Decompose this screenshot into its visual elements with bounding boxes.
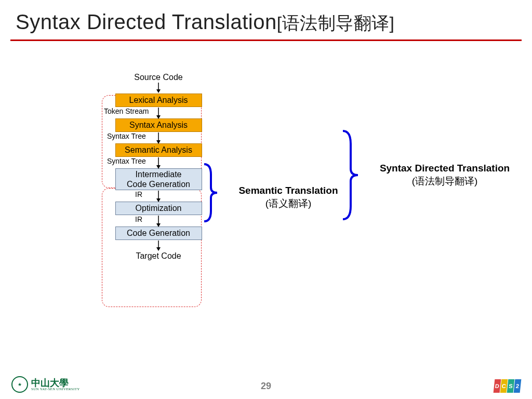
university-logo: ★ 中山大學 SUN YAT-SEN UNIVERSITY <box>11 376 80 393</box>
semantic-analysis-box: Semantic Analysis <box>115 143 202 157</box>
svg-marker-1 <box>156 89 161 93</box>
title-sub: [语法制导翻译] <box>277 13 395 33</box>
arrow-icon <box>155 191 162 202</box>
svg-marker-5 <box>156 140 161 144</box>
lexical-analysis-box: Lexical Analysis <box>115 94 202 107</box>
target-code-label: Target Code <box>104 251 213 261</box>
uni-cn: 中山大學 <box>31 378 80 388</box>
ir-label-2: IR <box>135 215 142 223</box>
svg-marker-7 <box>156 165 161 169</box>
syntax-tree-label-2: Syntax Tree <box>107 157 146 165</box>
seal-icon: ★ <box>11 376 28 393</box>
brace-icon <box>340 128 364 222</box>
syntax-tree-label: Syntax Tree <box>107 132 146 140</box>
course-logo: D C S 2 <box>494 379 521 393</box>
code-generation-box: Code Generation <box>115 227 202 240</box>
title-main: Syntax Directed Translation <box>16 10 277 33</box>
semantic-translation-label: Semantic Translation (语义翻译) <box>229 184 348 210</box>
icg-line1: Intermediate <box>136 170 182 179</box>
page-title: Syntax Directed Translation[语法制导翻译] <box>0 0 532 39</box>
brace-icon <box>202 162 222 224</box>
arrow-icon <box>155 157 162 169</box>
brace1-sub: (语义翻译) <box>265 198 312 209</box>
arrow-icon <box>155 108 162 119</box>
brace2-sub: (语法制导翻译) <box>412 176 478 187</box>
syntax-analysis-box: Syntax Analysis <box>115 118 202 132</box>
intermediate-codegen-box: Intermediate Code Generation <box>115 168 202 190</box>
compiler-pipeline: Source Code Lexical Analysis Token Strea… <box>104 73 213 261</box>
arrow-icon <box>155 83 162 93</box>
arrow-icon <box>155 132 162 144</box>
title-underline <box>10 39 522 41</box>
svg-marker-13 <box>156 247 161 251</box>
token-stream-label: Token Stream <box>104 107 149 115</box>
brace2-title: Syntax Directed Translation <box>380 163 510 174</box>
arrow-icon <box>155 216 162 227</box>
svg-marker-3 <box>156 115 161 119</box>
optimization-box: Optimization <box>115 202 202 215</box>
icg-line2: Code Generation <box>127 180 190 189</box>
uni-en: SUN YAT-SEN UNIVERSITY <box>31 388 80 391</box>
arrow-icon <box>155 241 162 251</box>
syntax-directed-translation-label: Syntax Directed Translation (语法制导翻译) <box>367 162 523 188</box>
source-code-label: Source Code <box>104 73 213 82</box>
page-number: 29 <box>0 381 532 392</box>
svg-marker-11 <box>156 223 161 227</box>
brace1-title: Semantic Translation <box>238 185 338 196</box>
ir-label: IR <box>135 190 142 198</box>
svg-marker-9 <box>156 198 161 202</box>
